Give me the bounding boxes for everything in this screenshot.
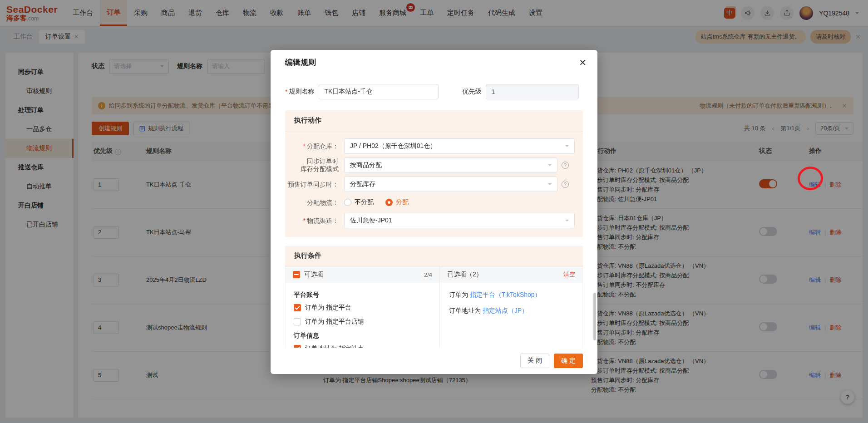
- clear-selected-link[interactable]: 清空: [563, 271, 575, 279]
- stock-mode-help-icon[interactable]: ?: [562, 162, 569, 169]
- action-panel: 执行动作 *分配仓库： JP / PH02（原千仓深圳01仓） 同步订单时库存分…: [285, 110, 583, 237]
- modal-header: 编辑规则 ✕: [271, 50, 597, 75]
- edit-rule-modal: 编辑规则 ✕ * 规则名称 TK日本站点-千仓 优先级 1 执行动作 *分配仓库…: [271, 50, 597, 374]
- condition-panel-title: 执行条件: [285, 246, 583, 266]
- selected-title: 已选项（2）: [447, 271, 483, 279]
- presale-label: 预售订单同步时：: [285, 181, 344, 188]
- available-title: 可选项: [304, 271, 323, 279]
- chevron-down-icon: [565, 145, 569, 149]
- chevron-down-icon: [548, 183, 552, 187]
- modal-scrollbar[interactable]: [593, 293, 596, 340]
- available-count: 2/4: [424, 271, 432, 278]
- checkbox-unchecked-icon: [294, 318, 301, 325]
- group-order-info: 订单信息: [294, 332, 432, 340]
- selected-platform-link[interactable]: 指定平台（TikTokShop）: [470, 291, 541, 298]
- option-specified-platform-shop[interactable]: 订单为 指定平台店铺: [294, 318, 432, 326]
- rule-name-input[interactable]: TK日本站点-千仓: [319, 84, 439, 99]
- assign-logistics-label: 分配物流：: [285, 199, 344, 207]
- chevron-down-icon: [548, 164, 552, 168]
- option-specified-platform[interactable]: 订单为 指定平台: [294, 304, 432, 312]
- action-panel-title: 执行动作: [285, 110, 583, 131]
- radio-assign[interactable]: 分配: [385, 198, 409, 207]
- channel-select[interactable]: 佐川急便-JP01: [344, 213, 575, 228]
- modal-close-icon[interactable]: ✕: [579, 58, 587, 67]
- warehouse-label: 分配仓库：: [307, 143, 339, 150]
- channel-label: 物流渠道：: [307, 217, 339, 224]
- selected-site-link[interactable]: 指定站点（JP）: [483, 307, 528, 314]
- checkbox-checked-icon: [294, 304, 301, 311]
- rule-name-label: 规则名称: [289, 88, 314, 96]
- radio-no-assign[interactable]: 不分配: [344, 198, 374, 207]
- select-all-indeterminate-checkbox[interactable]: [293, 271, 300, 278]
- priority-label: 优先级: [462, 88, 481, 96]
- condition-panel: 执行条件 可选项 2/4 平台账号 订单为 指定平台 订单为 指定平台店铺 订单…: [285, 246, 583, 348]
- option-specified-site[interactable]: 订单地址为 指定站点: [294, 344, 432, 348]
- modal-title: 编辑规则: [285, 57, 316, 68]
- radio-icon: [344, 199, 351, 206]
- presale-select[interactable]: 分配库存: [344, 177, 557, 192]
- chevron-down-icon: [565, 220, 569, 223]
- modal-footer: 关 闭 确 定: [271, 348, 597, 374]
- warehouse-select[interactable]: JP / PH02（原千仓深圳01仓）: [344, 138, 575, 154]
- modal-confirm-button[interactable]: 确 定: [554, 354, 583, 368]
- group-platform-account: 平台账号: [294, 291, 432, 299]
- stock-mode-select[interactable]: 按商品分配: [344, 157, 557, 173]
- stock-mode-label: 同步订单时: [307, 157, 339, 165]
- modal-close-button[interactable]: 关 闭: [520, 354, 549, 368]
- presale-help-icon[interactable]: ?: [562, 181, 569, 188]
- priority-input-disabled: 1: [486, 84, 579, 99]
- modal-body: * 规则名称 TK日本站点-千仓 优先级 1 执行动作 *分配仓库： JP / …: [271, 75, 597, 348]
- radio-selected-icon: [385, 199, 393, 206]
